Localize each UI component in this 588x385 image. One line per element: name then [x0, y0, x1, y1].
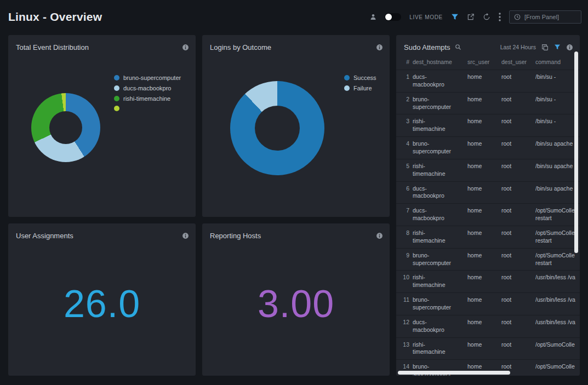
cell-command: /bin/su apache [535, 163, 580, 178]
table-row[interactable]: 13 rishi- timemachine home root /opt/Sum… [396, 337, 580, 360]
top-bar: Linux - Overview LIVE MODE [0, 0, 588, 34]
column-header[interactable]: # [398, 59, 409, 65]
header-controls: LIVE MODE [From Panel] [370, 10, 581, 24]
legend-swatch [114, 75, 119, 81]
table-row[interactable]: 2 bruno- supercomputer home root /bin/su… [396, 92, 580, 114]
dashboard-title: Linux - Overview [8, 10, 102, 24]
table-row[interactable]: 3 rishi- timemachine home root /bin/su - [396, 114, 580, 136]
refresh-icon[interactable] [483, 13, 490, 21]
sudo-attempts-table: # dest_hostname src_user dest_user comma… [396, 54, 580, 376]
table-row[interactable]: 11 bruno- supercomputer home root /usr/b… [396, 292, 580, 315]
table-row[interactable]: 12 ducs- macbookpro home root /usr/bin/l… [396, 315, 580, 337]
clock-icon [514, 14, 521, 20]
cell-src-user: home [467, 229, 498, 245]
cell-command: /opt/SumoColle restart [535, 207, 580, 222]
cell-command: /usr/bin/less /va [535, 296, 580, 312]
cell-index: 1 [398, 73, 409, 89]
cell-dest-user: root [501, 140, 532, 156]
cell-index: 10 [398, 274, 409, 289]
cell-dest-user: root [501, 252, 532, 267]
panel-user-assignments: User Assignments 26.0 [8, 223, 196, 376]
panel-reporting-hosts: Reporting Hosts 3.00 [202, 223, 390, 376]
cell-dest-hostname: rishi- timemachine [413, 341, 464, 357]
legend-item[interactable]: rishi-timemachine [114, 95, 181, 102]
table-row[interactable]: 8 rishi- timemachine home root /opt/Sumo… [396, 226, 580, 248]
column-header[interactable]: src_user [467, 59, 498, 65]
table-row[interactable]: 10 rishi- timemachine home root /usr/bin… [396, 270, 580, 292]
cell-command: /opt/SumoColle restart [535, 252, 580, 267]
table-row[interactable]: 4 bruno- supercomputer home root /bin/su… [396, 136, 580, 159]
column-header[interactable]: dest_user [501, 59, 532, 65]
legend-label: bruno-supercomputer [123, 74, 181, 81]
panel-header: Sudo Attempts Last 24 Hours [396, 35, 580, 54]
legend-item[interactable]: Success [344, 74, 376, 81]
singlestat-value: 26.0 [8, 242, 196, 376]
info-icon[interactable] [376, 44, 383, 51]
legend-swatch [114, 106, 119, 111]
time-range-label[interactable]: Last 24 Hours [500, 44, 536, 50]
share-icon[interactable] [467, 13, 475, 21]
panel-body: Success Failure [202, 54, 390, 217]
cell-command: /bin/su apache [535, 185, 580, 200]
legend-label: ducs-macbookpro [123, 85, 171, 91]
cell-index: 6 [398, 185, 409, 200]
filter-icon[interactable] [451, 13, 459, 21]
cell-index: 8 [398, 229, 409, 245]
cell-src-user: home [467, 73, 498, 89]
cell-dest-hostname: bruno- supercomputer [413, 96, 464, 111]
panel-sudo-attempts: Sudo Attempts Last 24 Hours [396, 35, 580, 376]
cell-dest-user: root [501, 229, 532, 245]
info-icon[interactable] [182, 232, 189, 239]
panel-header: Logins by Outcome [202, 35, 390, 54]
search-icon[interactable] [455, 44, 461, 50]
cell-dest-hostname: rishi- timemachine [413, 274, 464, 289]
table-row[interactable]: 5 rishi- timemachine home root /bin/su a… [396, 159, 580, 181]
column-header[interactable]: command [535, 59, 580, 65]
cell-dest-user: root [501, 319, 532, 334]
cell-src-user: home [467, 163, 498, 178]
legend-label: Failure [353, 85, 372, 91]
time-range-input[interactable]: [From Panel] [509, 10, 581, 24]
toggle-knob [385, 14, 392, 20]
cell-dest-user: root [501, 185, 532, 200]
legend-item[interactable]: bruno-supercomputer [114, 74, 181, 81]
table-row[interactable]: 6 ducs- macbookpro home root /bin/su apa… [396, 181, 580, 204]
horizontal-scrollbar-thumb[interactable] [398, 371, 510, 375]
legend-item[interactable]: Failure [344, 85, 376, 91]
logins-outcome-donut-chart[interactable] [230, 81, 324, 175]
panel-title: Sudo Attempts [404, 43, 450, 51]
event-distribution-legend: bruno-supercomputer ducs-macbookpro rish… [114, 74, 181, 115]
vertical-scrollbar-thumb[interactable] [574, 51, 578, 253]
event-distribution-donut-chart[interactable] [31, 93, 100, 162]
cell-dest-hostname: rishi- timemachine [413, 118, 464, 133]
cell-command: /opt/SumoColle [535, 341, 580, 357]
info-icon[interactable] [376, 232, 383, 239]
live-mode-toggle[interactable] [385, 13, 401, 21]
cell-index: 3 [398, 118, 409, 133]
legend-swatch [114, 96, 119, 101]
panel-logins-by-outcome: Logins by Outcome Success [202, 35, 390, 217]
legend-label: Success [353, 74, 376, 81]
panel-title: Reporting Hosts [210, 232, 261, 240]
column-header[interactable]: dest_hostname [413, 59, 464, 65]
copy-icon[interactable] [541, 44, 549, 51]
kebab-menu-icon[interactable] [499, 13, 501, 21]
cell-command: /usr/bin/less /va [535, 319, 580, 334]
panel-total-event-distribution: Total Event Distribution bruno-supercomp… [8, 35, 196, 217]
legend-item[interactable] [114, 106, 181, 111]
logins-outcome-legend: Success Failure [344, 74, 376, 95]
legend-item[interactable]: ducs-macbookpro [114, 85, 181, 91]
cell-dest-user: root [501, 73, 532, 89]
info-icon[interactable] [182, 44, 189, 51]
cell-dest-user: root [501, 118, 532, 133]
cell-index: 4 [398, 140, 409, 156]
info-icon[interactable] [566, 44, 573, 51]
live-mode-label: LIVE MODE [409, 14, 443, 20]
table-row[interactable]: 1 ducs- macbookpro home root /bin/su - [396, 70, 580, 92]
table-row[interactable]: 9 bruno- supercomputer home root /opt/Su… [396, 248, 580, 271]
filter-icon[interactable] [554, 44, 561, 50]
cell-command: /bin/su - [535, 96, 580, 111]
cell-src-user: home [467, 252, 498, 267]
table-row[interactable]: 7 ducs- macbookpro home root /opt/SumoCo… [396, 203, 580, 226]
cell-dest-user: root [501, 341, 532, 357]
